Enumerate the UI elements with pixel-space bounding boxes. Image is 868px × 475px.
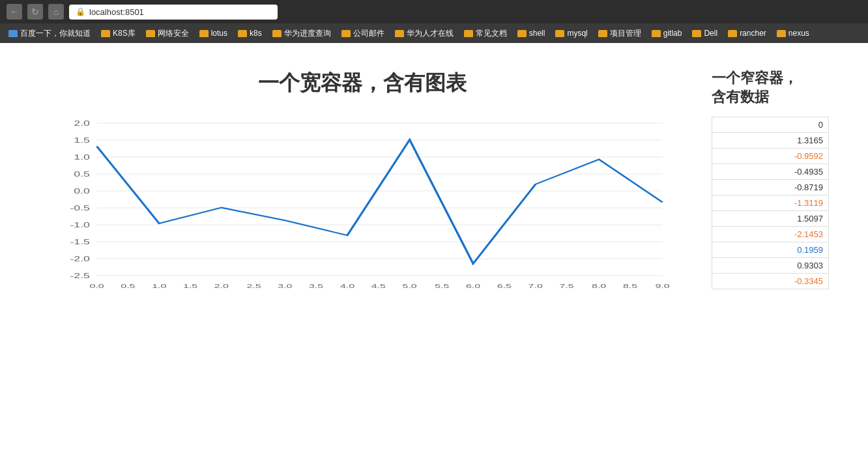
browser-chrome: ← ↻ ⌂ 🔒 localhost:8501 <box>0 0 868 23</box>
svg-text:0.5: 0.5 <box>74 171 90 178</box>
narrow-container-title: 一个窄容器，含有数据 <box>712 69 829 106</box>
bookmark-item-14[interactable]: rancher <box>723 27 771 40</box>
svg-text:5.5: 5.5 <box>435 283 449 289</box>
folder-icon <box>199 30 209 37</box>
svg-text:0.5: 0.5 <box>121 283 135 289</box>
svg-text:6.0: 6.0 <box>466 283 480 289</box>
svg-text:8.0: 8.0 <box>592 283 606 289</box>
svg-text:0.0: 0.0 <box>89 283 104 289</box>
svg-text:1.0: 1.0 <box>152 283 166 289</box>
folder-icon <box>395 30 404 37</box>
svg-text:5.0: 5.0 <box>403 283 417 289</box>
svg-text:-1.5: -1.5 <box>70 238 90 246</box>
svg-text:8.5: 8.5 <box>623 283 637 289</box>
bookmark-label: nexus <box>788 29 809 38</box>
svg-text:2.5: 2.5 <box>246 283 261 289</box>
bookmark-label: Dell <box>704 29 717 38</box>
svg-text:0.0: 0.0 <box>74 188 90 195</box>
bookmark-item-0[interactable]: 百度一下，你就知道 <box>4 26 95 41</box>
svg-text:2.0: 2.0 <box>214 283 229 289</box>
bookmark-item-15[interactable]: nexus <box>772 27 814 40</box>
bookmark-item-12[interactable]: gitlab <box>647 27 687 40</box>
svg-text:3.5: 3.5 <box>309 283 323 289</box>
table-row: -0.3345 <box>712 274 829 289</box>
data-value-cell: -0.4935 <box>712 164 829 180</box>
bookmark-label: 项目管理 <box>610 28 641 39</box>
svg-text:7.5: 7.5 <box>559 283 573 289</box>
data-table: 01.3165-0.9592-0.4935-0.8719-1.31191.509… <box>712 117 829 289</box>
svg-text:1.0: 1.0 <box>74 154 90 161</box>
line-chart-path <box>97 140 663 264</box>
svg-text:4.0: 4.0 <box>340 283 354 289</box>
folder-icon <box>8 30 18 37</box>
bookmark-item-2[interactable]: 网络安全 <box>141 26 194 41</box>
svg-text:9.0: 9.0 <box>655 283 669 289</box>
data-value-cell: -2.1453 <box>712 227 829 242</box>
table-row: 0 <box>712 117 829 133</box>
svg-text:4.5: 4.5 <box>371 283 386 289</box>
table-row: -1.3119 <box>712 195 829 211</box>
line-chart: 2.0 1.5 1.0 0.5 0.0 -0.5 -1.0 -1.5 -2.0 … <box>39 111 686 306</box>
svg-text:6.5: 6.5 <box>497 283 512 289</box>
bookmark-item-9[interactable]: shell <box>513 27 550 40</box>
bookmark-item-5[interactable]: 华为进度查询 <box>268 26 336 41</box>
svg-text:1.5: 1.5 <box>183 283 197 289</box>
bookmark-item-4[interactable]: k8s <box>233 27 267 40</box>
data-value-cell: 0.9303 <box>712 258 829 274</box>
bookmark-item-8[interactable]: 常见文档 <box>459 26 512 41</box>
folder-icon <box>652 30 661 37</box>
address-bar[interactable]: 🔒 localhost:8501 <box>69 5 278 20</box>
folder-icon <box>728 30 737 37</box>
bookmarks-bar: 百度一下，你就知道K8S库网络安全lotusk8s华为进度查询公司邮件华为人才在… <box>0 23 868 43</box>
folder-icon <box>341 30 351 37</box>
svg-text:1.5: 1.5 <box>74 137 90 144</box>
bookmark-label: 常见文档 <box>476 28 507 39</box>
bookmark-item-7[interactable]: 华为人才在线 <box>390 26 458 41</box>
bookmark-item-11[interactable]: 项目管理 <box>594 26 646 41</box>
folder-icon <box>238 30 247 37</box>
data-value-cell: 1.5097 <box>712 211 829 227</box>
narrow-container: 一个窄容器，含有数据 01.3165-0.9592-0.4935-0.8719-… <box>712 69 829 449</box>
bookmark-label: 公司邮件 <box>353 28 384 39</box>
bookmark-item-3[interactable]: lotus <box>195 27 232 40</box>
back-button[interactable]: ← <box>7 4 22 20</box>
url-text: localhost:8501 <box>89 7 144 17</box>
folder-icon <box>598 30 607 37</box>
bookmark-label: 网络安全 <box>158 28 189 39</box>
folder-icon <box>517 30 527 37</box>
folder-icon <box>146 30 155 37</box>
data-value-cell: 0.1959 <box>712 242 829 258</box>
bookmark-item-1[interactable]: K8S库 <box>96 26 140 41</box>
folder-icon <box>692 30 701 37</box>
folder-icon <box>464 30 473 37</box>
refresh-button[interactable]: ↻ <box>27 4 43 20</box>
data-value-cell: -0.8719 <box>712 180 829 195</box>
bookmark-label: K8S库 <box>113 28 136 39</box>
table-row: -0.9592 <box>712 149 829 164</box>
bookmark-label: 华为人才在线 <box>407 28 454 39</box>
bookmark-item-6[interactable]: 公司邮件 <box>337 26 389 41</box>
bookmark-label: mysql <box>567 29 587 38</box>
data-value-cell: 0 <box>712 117 829 133</box>
data-value-cell: 1.3165 <box>712 133 829 149</box>
page-content: 一个宽容器，含有图表 2.0 1.5 1.0 <box>0 43 868 475</box>
table-row: 1.5097 <box>712 211 829 227</box>
bookmark-label: shell <box>529 29 545 38</box>
data-value-cell: -1.3119 <box>712 195 829 211</box>
svg-text:-2.0: -2.0 <box>70 255 90 263</box>
svg-text:-0.5: -0.5 <box>70 205 90 212</box>
svg-text:7.0: 7.0 <box>528 283 543 289</box>
bookmark-label: 百度一下，你就知道 <box>20 28 91 39</box>
folder-icon <box>555 30 564 37</box>
table-row: -0.4935 <box>712 164 829 180</box>
data-value-cell: -0.9592 <box>712 149 829 164</box>
svg-text:3.0: 3.0 <box>278 283 292 289</box>
home-button[interactable]: ⌂ <box>48 4 64 20</box>
lock-icon: 🔒 <box>76 7 85 16</box>
wide-container: 一个宽容器，含有图表 2.0 1.5 1.0 <box>39 69 686 449</box>
data-value-cell: -0.3345 <box>712 274 829 289</box>
bookmark-item-13[interactable]: Dell <box>687 27 722 40</box>
bookmark-item-10[interactable]: mysql <box>551 27 592 40</box>
folder-icon <box>272 30 282 37</box>
bookmark-label: rancher <box>740 29 766 38</box>
